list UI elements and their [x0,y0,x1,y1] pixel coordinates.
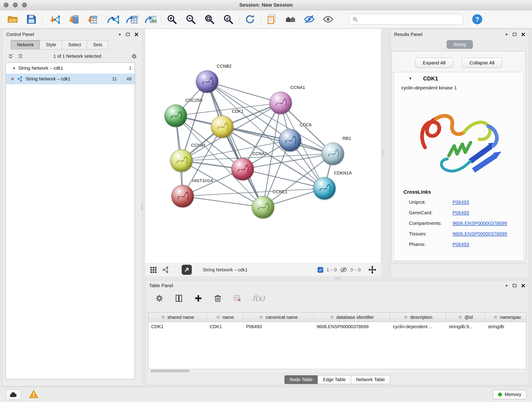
detach-view-button[interactable] [182,265,192,275]
crosslink-value-link[interactable]: P06493 [452,199,469,205]
import-network-from-database-button[interactable] [65,13,79,26]
crosslink-value-link[interactable]: P06493 [452,210,469,216]
open-session-button[interactable] [6,13,19,26]
section-collapse-icon[interactable]: ▼ [409,77,412,81]
new-network-table-button[interactable] [125,13,138,26]
horizontal-splitter-handle[interactable] [335,277,341,279]
save-session-button[interactable] [25,13,38,26]
network-node-CDK1[interactable] [211,115,234,138]
tab-select[interactable]: Select [62,40,87,50]
delete-column-icon[interactable] [214,294,222,303]
panel-close-icon[interactable]: × [521,32,525,36]
pan-move-icon[interactable] [368,265,377,274]
birds-eye-grid-icon[interactable] [149,266,157,274]
network-options-gear-icon[interactable] [131,53,137,59]
gene-section-header[interactable]: ▼ CDK1 [394,72,524,85]
crosslink-row: GeneCard:P06493 [394,207,524,218]
collapse-all-button[interactable]: Collapse All [462,58,502,68]
collapse-all-networks-icon[interactable] [17,53,24,59]
apply-layout-button[interactable] [243,13,257,26]
tab-node-table[interactable]: Node Table [284,375,318,384]
add-column-icon[interactable] [194,294,203,303]
import-network-from-file-button[interactable] [46,13,60,26]
panel-collapse-icon[interactable]: ▼ [505,284,508,287]
selected-counter: 1 – 0 [326,267,336,273]
network-node-label: CDC6 [300,122,312,128]
warnings-button[interactable] [29,389,38,400]
table-panel-header: Table Panel ▼ × [146,280,529,291]
hide-selected-button[interactable] [303,13,316,26]
expand-all-networks-icon[interactable] [7,53,14,59]
network-node-CCNB1[interactable] [170,149,193,172]
protein-ribbon-thumb-icon [174,153,190,169]
tab-style[interactable]: Style [40,40,62,50]
table-horizontal-scrollbar[interactable] [148,369,526,373]
network-node-HIST1H1A[interactable] [171,185,194,207]
network-row-selected[interactable]: String Network – cdk1 11 48 [6,74,135,84]
table-options-gear-icon[interactable] [155,294,164,303]
network-view-canvas[interactable]: CCNB2CCNA1CDC25BCDK1CDC6RB1CCNB1CCNA2CDK… [145,29,381,263]
crosslink-label: Compartments: [409,220,452,226]
network-node-CDC6[interactable] [279,129,301,152]
column-header[interactable]: name [207,313,243,322]
copy-document-button[interactable] [265,13,278,26]
panel-close-icon[interactable]: × [134,32,139,36]
network-collection-row[interactable]: ▼ String Network – cdk1 1 [6,63,135,74]
results-scrollbar[interactable] [393,260,525,263]
network-node-CCNE1[interactable] [252,196,274,218]
home-button[interactable] [284,13,297,26]
crosslink-value-link[interactable]: 9606.ENSP00000378699 [452,231,507,236]
network-node-CCNA2[interactable] [231,158,254,180]
panel-float-icon[interactable] [126,33,130,36]
column-header[interactable]: canonical name [243,313,314,322]
crosslink-value-link[interactable]: P06493 [452,242,469,247]
crosslink-value-link[interactable]: 9606.ENSP00000378699 [452,220,507,226]
show-all-button[interactable] [322,13,335,26]
left-splitter-handle[interactable] [141,204,143,211]
control-panel-header: Control Panel ▼ × [2,29,142,40]
column-header[interactable]: description [390,313,446,322]
help-button[interactable] [471,13,483,25]
panel-float-icon[interactable] [513,284,516,287]
import-table-from-file-button[interactable] [84,13,97,26]
protein-structure-image [409,95,508,185]
tab-sets[interactable]: Sets [87,40,108,50]
tab-network[interactable]: Network [11,40,40,50]
network-node-label: CDK1 [232,109,244,114]
tab-edge-table[interactable]: Edge Table [318,375,351,384]
network-node-CCNA1[interactable] [269,92,292,114]
panel-collapse-icon[interactable]: ▼ [505,33,508,36]
hidden-eye-slash-icon[interactable] [340,266,347,274]
show-columns-icon[interactable] [175,294,183,303]
panel-collapse-icon[interactable]: ▼ [118,33,121,36]
scrollbar-thumb[interactable] [150,370,190,372]
tree-expand-icon[interactable]: ▼ [12,66,16,70]
selected-checkbox-icon[interactable] [317,267,323,273]
zoom-fit-button[interactable] [203,13,216,26]
new-network-button[interactable] [106,13,119,26]
table-row[interactable]: CDK1CDK1P064939606.ENSP00000378699cyclin… [148,322,526,331]
zoom-out-button[interactable] [184,13,197,26]
network-node-CDKN1A[interactable] [313,177,336,200]
column-header[interactable]: @id [446,313,485,322]
zoom-selected-button[interactable] [222,13,235,26]
zoom-in-button[interactable] [165,13,178,26]
column-header[interactable]: shared name [148,313,207,322]
memory-button[interactable]: Memory [493,390,526,399]
status-bar: Memory [0,387,532,402]
panel-float-icon[interactable] [513,33,516,36]
network-node-CDC25B[interactable] [165,104,187,127]
column-header[interactable]: namespac [485,313,526,322]
panel-close-icon[interactable]: × [521,283,525,288]
network-node-CCNB2[interactable] [196,70,218,93]
column-header[interactable]: database identifier [314,313,390,322]
cloud-button[interactable] [6,389,21,400]
network-node-RB1[interactable] [322,143,344,165]
right-splitter-handle[interactable] [382,149,384,156]
search-input[interactable] [360,17,460,22]
export-image-button[interactable] [143,13,157,26]
tab-network-table[interactable]: Network Table [351,375,390,384]
tab-string[interactable]: String [447,40,473,49]
expand-all-button[interactable]: Expand All [415,58,453,68]
network-overview-icon[interactable] [162,266,170,274]
